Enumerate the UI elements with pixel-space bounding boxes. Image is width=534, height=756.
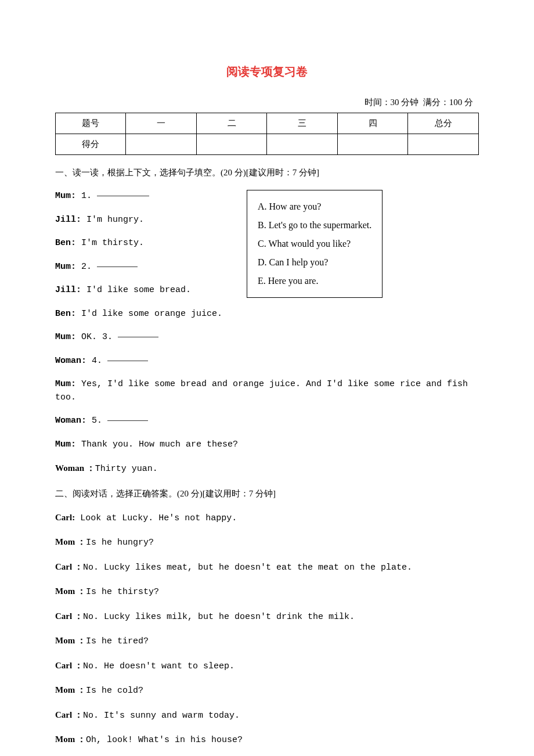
dialogue-line: Carl: Look at Lucky. He's not happy.: [55, 511, 479, 525]
header-cell: 题号: [56, 113, 126, 134]
table-row: 得分: [56, 134, 479, 155]
dialogue-line: Mum: Thank you. How much are these?: [55, 438, 479, 452]
dialogue-line: Woman: 4.: [55, 355, 479, 368]
dialogue-line: Mum: OK. 3.: [55, 331, 479, 344]
header-cell: 总分: [408, 113, 479, 134]
dialogue-text: Thirty yuan.: [95, 464, 158, 474]
dialogue-text: Is he thirsty?: [86, 587, 159, 597]
section2-heading: 二、阅读对话，选择正确答案。(20 分)[建议用时：7 分钟]: [55, 487, 479, 501]
speaker: Carl:: [55, 513, 75, 522]
dialogue-text: Yes, I'd like some bread and orange juic…: [55, 379, 468, 402]
dialogue-line: Carl ：No. Lucky likes meat, but he doesn…: [55, 560, 479, 575]
option-d: D. Can I help you?: [258, 253, 371, 272]
speaker: Woman ：: [55, 463, 95, 473]
dialogue-line: Mom ：Is he hungry?: [55, 535, 479, 550]
speaker: Mum:: [55, 332, 76, 342]
speaker: Mom ：: [55, 586, 86, 596]
dialogue-text: Is he hungry?: [86, 538, 154, 548]
dialogue-text: 4.: [86, 356, 107, 366]
speaker: Mum:: [55, 440, 76, 449]
dialogue-line: Mom ：Is he tired?: [55, 634, 479, 649]
dialogue-text: Is he tired?: [86, 636, 149, 646]
dialogue-text: Oh, look! What's in his house?: [86, 735, 243, 745]
score-cell[interactable]: [126, 134, 196, 155]
option-b: B. Let's go to the supermarket.: [258, 216, 371, 235]
dialogue-line: Woman ：Thirty yuan.: [55, 462, 479, 476]
dialogue-text: I'd like some orange juice.: [76, 309, 222, 319]
dialogue-line: Carl ：No. He doesn't want to sleep.: [55, 659, 479, 674]
dialogue-text: Is he cold?: [86, 686, 143, 696]
dialogue-text: I'm thirsty.: [76, 238, 144, 248]
dialogue-text: 5.: [86, 416, 107, 426]
score-cell[interactable]: [408, 134, 479, 155]
speaker: Carl ：: [55, 562, 83, 571]
dialogue-line: Carl ：No. It's sunny and warm today.: [55, 708, 479, 723]
section1-dialogue: A. How are you? B. Let's go to the super…: [55, 190, 479, 476]
header-cell: 二: [196, 113, 266, 134]
dialogue-text: No. Lucky likes meat, but he doesn't eat…: [83, 563, 412, 573]
score-cell: 得分: [56, 134, 126, 155]
dialogue-line: Woman: 5.: [55, 415, 479, 428]
score-table: 题号 一 二 三 四 总分 得分: [55, 113, 479, 155]
section1-heading: 一、读一读，根据上下文，选择句子填空。(20 分)[建议用时：7 分钟]: [55, 165, 479, 179]
fill-blank[interactable]: [97, 267, 138, 267]
score-cell[interactable]: [267, 134, 337, 155]
page-title: 阅读专项复习卷: [55, 64, 479, 80]
option-c: C. What would you like?: [258, 235, 371, 253]
speaker: Mom ：: [55, 685, 86, 694]
section2-dialogue: Carl: Look at Lucky. He's not happy. Mom…: [55, 511, 479, 757]
speaker: Mum:: [55, 191, 76, 201]
speaker: Carl ：: [55, 710, 83, 719]
score-cell[interactable]: [337, 134, 407, 155]
dialogue-text: I'd like some bread.: [81, 285, 191, 295]
score-cell[interactable]: [196, 134, 266, 155]
header-cell: 四: [337, 113, 407, 134]
time-label: 时间：30 分钟: [365, 98, 419, 107]
dialogue-text: No. It's sunny and warm today.: [83, 711, 240, 721]
speaker: Mum:: [55, 262, 76, 272]
header-cell: 一: [126, 113, 196, 134]
dialogue-line: Mom ：Is he cold?: [55, 683, 479, 698]
dialogue-text: Thank you. How much are these?: [76, 440, 238, 449]
full-score-label: 满分：100 分: [423, 98, 473, 107]
speaker: Jill:: [55, 215, 81, 225]
speaker: Carl ：: [55, 611, 83, 621]
dialogue-text: OK. 3.: [76, 332, 118, 342]
speaker: Ben:: [55, 238, 76, 248]
speaker: Woman:: [55, 416, 86, 426]
fill-blank[interactable]: [107, 361, 148, 361]
dialogue-text: I'm hungry.: [81, 215, 144, 225]
dialogue-text: 1.: [76, 191, 97, 201]
fill-blank[interactable]: [118, 337, 158, 337]
option-e: E. Here you are.: [258, 272, 371, 290]
dialogue-text: 2.: [76, 262, 97, 272]
dialogue-line: Carl ：No. Lucky likes milk, but he doesn…: [55, 610, 479, 624]
speaker: Mum:: [55, 379, 76, 389]
dialogue-text: Look at Lucky. He's not happy.: [75, 513, 237, 523]
speaker: Mom ：: [55, 735, 86, 744]
dialogue-line: Mom ：Oh, look! What's in his house?: [55, 733, 479, 747]
speaker: Carl ：: [55, 661, 83, 670]
speaker: Woman:: [55, 356, 86, 366]
speaker: Jill:: [55, 285, 81, 295]
dialogue-text: No. Lucky likes milk, but he doesn't dri…: [83, 612, 355, 622]
options-box: A. How are you? B. Let's go to the super…: [247, 190, 383, 298]
fill-blank[interactable]: [107, 420, 148, 421]
speaker: Mom ：: [55, 636, 86, 645]
dialogue-line: Mom ：Is he thirsty?: [55, 585, 479, 599]
table-row: 题号 一 二 三 四 总分: [56, 113, 479, 134]
fill-blank[interactable]: [97, 196, 149, 196]
speaker: Mom ：: [55, 537, 86, 546]
dialogue-text: No. He doesn't want to sleep.: [83, 661, 234, 671]
dialogue-line: Mum: Yes, I'd like some bread and orange…: [55, 378, 479, 404]
dialogue-line: Ben: I'd like some orange juice.: [55, 308, 479, 321]
option-a: A. How are you?: [258, 197, 371, 216]
header-cell: 三: [267, 113, 337, 134]
meta-line: 时间：30 分钟 满分：100 分: [55, 97, 479, 108]
speaker: Ben:: [55, 309, 76, 319]
